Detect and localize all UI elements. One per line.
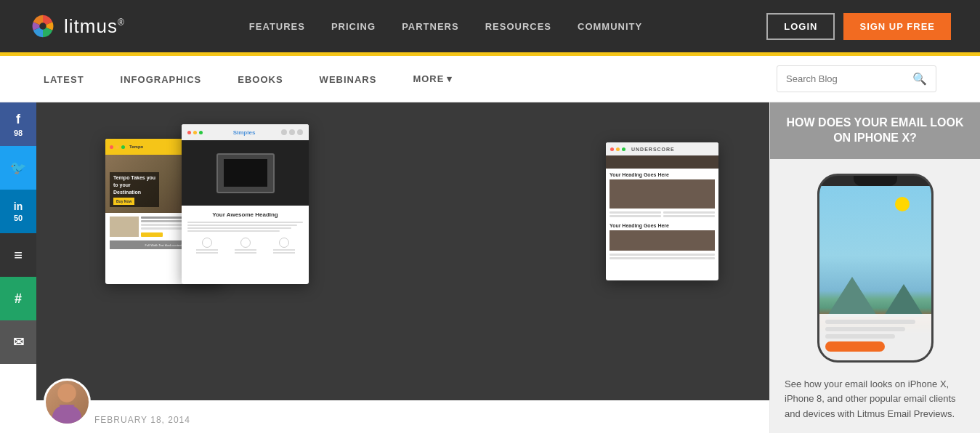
mock-header-simples: Simples <box>182 124 309 140</box>
iphone-mountain-graphic <box>827 277 878 317</box>
nav-actions: LOGIN SIGN UP FREE <box>766 13 951 40</box>
mock-content-underscore: Your Heading Goes Here Your Heading Goes… <box>606 169 718 264</box>
nav-item-pricing[interactable]: PRICING <box>331 20 376 33</box>
laptop-screen <box>224 159 267 187</box>
mock-header-underscore: UNDERSCORE <box>606 142 718 155</box>
litmus-logo-icon <box>29 12 57 40</box>
blog-area: Tempo Tempo Takes youto yourDestination … <box>36 102 769 433</box>
linkedin-count: 50 <box>14 214 23 222</box>
mock-image-block2 <box>610 230 715 251</box>
mock-image-simples <box>182 140 309 206</box>
widget-title: HOW DOES YOUR EMAIL LOOK ON IPHONE X? <box>785 116 965 146</box>
featured-post-info: FEBRUARY 18, 2014 Go Responsive with 7 F… <box>36 400 769 433</box>
iphone-notch <box>854 176 897 186</box>
nav-item-community[interactable]: COMMUNITY <box>578 20 642 33</box>
email-share-button[interactable]: ✉ <box>0 320 36 364</box>
mock-body-simples: Your Awesome Heading <box>182 206 309 259</box>
widget-header: HOW DOES YOUR EMAIL LOOK ON IPHONE X? <box>770 102 980 159</box>
mock-heading-simples: Your Awesome Heading <box>187 211 303 218</box>
email-mockups-container: Tempo Tempo Takes youto yourDestination … <box>36 102 769 400</box>
iphone-email-content <box>819 314 931 360</box>
iphone-widget: HOW DOES YOUR EMAIL LOOK ON IPHONE X? <box>770 102 980 433</box>
nav-item-partners[interactable]: PARTNERS <box>402 20 459 33</box>
top-nav: litmus® FEATURES PRICING PARTNERS RESOUR… <box>0 0 980 52</box>
search-button[interactable]: 🔍 <box>904 66 936 92</box>
mock-image-block <box>610 179 715 209</box>
sec-nav-webinars[interactable]: WEBINARS <box>320 73 377 86</box>
search-input[interactable] <box>777 68 904 90</box>
buffer-share-button[interactable]: ≡ <box>0 233 36 277</box>
twitter-icon: 🐦 <box>10 160 26 176</box>
mock-dark-header-row <box>606 155 718 169</box>
widget-description: See how your email looks on iPhone X, iP… <box>785 377 965 422</box>
facebook-count: 98 <box>14 129 23 137</box>
logo-area[interactable]: litmus® <box>29 12 125 40</box>
simples-logo-text: Simples <box>233 129 256 136</box>
iphone-sun-graphic <box>895 197 910 211</box>
search-area: 🔍 <box>777 65 936 92</box>
featured-post-image: Tempo Tempo Takes youto yourDestination … <box>36 102 769 400</box>
login-button[interactable]: LOGIN <box>766 13 835 40</box>
email-mockup-simples: Simples Your Awesome Heading <box>182 124 309 284</box>
mock-icons-row <box>187 238 303 254</box>
svg-point-2 <box>57 384 76 402</box>
nav-item-resources[interactable]: RESOURCES <box>485 20 551 33</box>
sec-nav-latest[interactable]: LATEST <box>44 73 84 86</box>
post-date: FEBRUARY 18, 2014 <box>94 415 748 425</box>
logo-text: litmus® <box>64 15 125 38</box>
widget-content: See how your email looks on iPhone X, iP… <box>770 159 980 433</box>
iphone-screen <box>819 186 931 360</box>
right-sidebar: HOW DOES YOUR EMAIL LOOK ON IPHONE X? <box>769 102 980 433</box>
buffer-icon: ≡ <box>14 247 23 264</box>
email-icon: ✉ <box>13 334 24 350</box>
facebook-icon: f <box>16 112 20 127</box>
avatar-image <box>46 381 89 424</box>
svg-point-1 <box>39 23 46 30</box>
iphone-mountain2-graphic <box>883 284 924 317</box>
search-icon: 🔍 <box>912 73 927 85</box>
signup-button[interactable]: SIGN UP FREE <box>843 13 951 40</box>
linkedin-share-button[interactable]: in 50 <box>0 190 36 233</box>
main-nav: FEATURES PRICING PARTNERS RESOURCES COMM… <box>249 20 642 33</box>
nav-item-features[interactable]: FEATURES <box>249 20 305 33</box>
sec-nav-more[interactable]: MORE ▾ <box>413 73 453 84</box>
author-avatar <box>44 379 91 426</box>
mock-heading-underscore: Your Heading Goes Here <box>610 172 715 177</box>
sec-nav-ebooks[interactable]: EBOOKS <box>238 73 283 86</box>
twitter-share-button[interactable]: 🐦 <box>0 146 36 190</box>
email-mockup-underscore: UNDERSCORE Your Heading Goes Here <box>606 142 718 280</box>
secondary-nav: LATEST INFOGRAPHICS EBOOKS WEBINARS MORE… <box>0 56 980 102</box>
hashtag-icon: # <box>15 291 22 307</box>
laptop-graphic <box>216 153 275 193</box>
chevron-down-icon: ▾ <box>447 73 453 84</box>
iphone-mockup <box>817 174 934 363</box>
sec-nav-infographics[interactable]: INFOGRAPHICS <box>121 73 202 86</box>
social-sidebar: f 98 🐦 in 50 ≡ # ✉ <box>0 102 36 433</box>
hashtag-share-button[interactable]: # <box>0 277 36 320</box>
mock-heading2-underscore: Your Heading Goes Here <box>610 223 715 228</box>
facebook-share-button[interactable]: f 98 <box>0 102 36 146</box>
main-content: f 98 🐦 in 50 ≡ # ✉ <box>0 102 980 433</box>
linkedin-icon: in <box>14 201 23 212</box>
